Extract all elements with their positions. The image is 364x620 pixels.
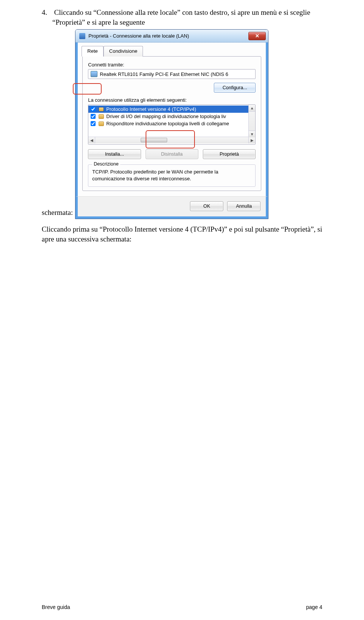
scroll-down-icon[interactable]: ▼ [249,131,255,137]
dialog-footer: OK Annulla [75,196,268,219]
para2-line1: Cliccando prima su “Protocollo Internet … [42,225,322,233]
tabs: Rete Condivisione [82,46,261,56]
properties-dialog: Proprietà - Connessione alla rete locale… [75,29,268,219]
tab-panel-rete: Connetti tramite: Realtek RTL8101 Family… [82,56,261,191]
list-item[interactable]: Risponditore individuazione topologia li… [88,120,255,127]
components-listbox[interactable]: Protocollo Internet versione 4 (TCP/IPv4… [88,104,256,145]
list-item[interactable]: Protocollo Internet versione 4 (TCP/IPv4… [88,106,255,113]
step-line-1: Cliccando su “Connessione alla rete loca… [54,8,310,16]
list-item-checkbox[interactable] [91,121,96,126]
horizontal-scrollbar[interactable]: ◀ ▶ [88,137,255,144]
ok-button[interactable]: OK [190,201,223,211]
window-title: Proprietà - Connessione alla rete locale… [88,33,248,39]
description-legend: Descrizione [92,161,120,167]
adapter-field: Realtek RTL8101 Family PCI-E Fast Ethern… [88,69,256,79]
vertical-scrollbar[interactable]: ▲ ▼ [248,105,255,137]
footer-right: page 4 [306,604,322,610]
step-number: 4. [42,8,52,17]
list-item-label: Protocollo Internet versione 4 (TCP/IPv4… [106,106,196,112]
close-button[interactable]: ✕ [248,32,266,40]
properties-button[interactable]: Proprietà [203,149,256,159]
para2-line2: apre una successiva schermata: [42,235,132,243]
list-item-checkbox[interactable] [91,107,96,112]
connect-via-label: Connetti tramite: [88,62,256,68]
list-item-checkbox[interactable] [91,114,96,119]
close-icon: ✕ [255,33,259,39]
uninstall-button: Disinstalla [146,149,198,159]
description-fieldset: Descrizione TCP/IP. Protocollo predefini… [88,164,256,187]
install-button[interactable]: Installa... [88,149,141,159]
schermata-label: schermata: [42,208,73,219]
dialog-container: Proprietà - Connessione alla rete locale… [75,29,268,219]
list-item-label: Risponditore individuazione topologia li… [106,121,229,126]
configure-button[interactable]: Configura... [214,83,256,93]
step-line-2: “Proprietà” e si apre la seguente [52,17,145,27]
nic-icon [91,71,97,77]
scroll-track[interactable] [95,137,248,144]
scroll-up-icon[interactable]: ▲ [249,105,255,112]
description-text: TCP/IP. Protocollo predefinito per le WA… [92,169,251,182]
tab-condivisione[interactable]: Condivisione [104,46,143,57]
footer-left: Breve guida [42,604,70,610]
scroll-thumb[interactable] [141,138,167,142]
window-icon [79,33,85,39]
document-page: 4. Cliccando su “Connessione alla rete l… [0,0,364,620]
elements-label: La connessione utilizza gli elementi seg… [88,97,256,103]
dialog-body: Rete Condivisione Connetti tramite: Real… [75,43,268,196]
protocol-icon [99,114,104,119]
adapter-name: Realtek RTL8101 Family PCI-E Fast Ethern… [100,71,228,77]
scroll-track[interactable] [249,112,255,131]
tab-rete[interactable]: Rete [82,46,103,57]
cancel-button[interactable]: Annulla [227,201,260,211]
protocol-icon [99,107,104,112]
list-item[interactable]: Driver di I/O del mapping di individuazi… [88,113,255,120]
scroll-right-icon[interactable]: ▶ [248,137,255,144]
step-4-paragraph: 4. Cliccando su “Connessione alla rete l… [42,8,322,27]
next-step-paragraph: Cliccando prima su “Protocollo Internet … [42,224,322,244]
list-buttons-row: Installa... Disinstalla Proprietà [88,149,256,159]
dialog-row: schermata: Proprietà - Connessione alla … [42,29,322,219]
page-footer: Breve guida page 4 [42,604,322,610]
scroll-left-icon[interactable]: ◀ [88,137,95,144]
list-item-label: Driver di I/O del mapping di individuazi… [106,114,226,119]
protocol-icon [99,121,104,126]
titlebar[interactable]: Proprietà - Connessione alla rete locale… [75,30,268,43]
